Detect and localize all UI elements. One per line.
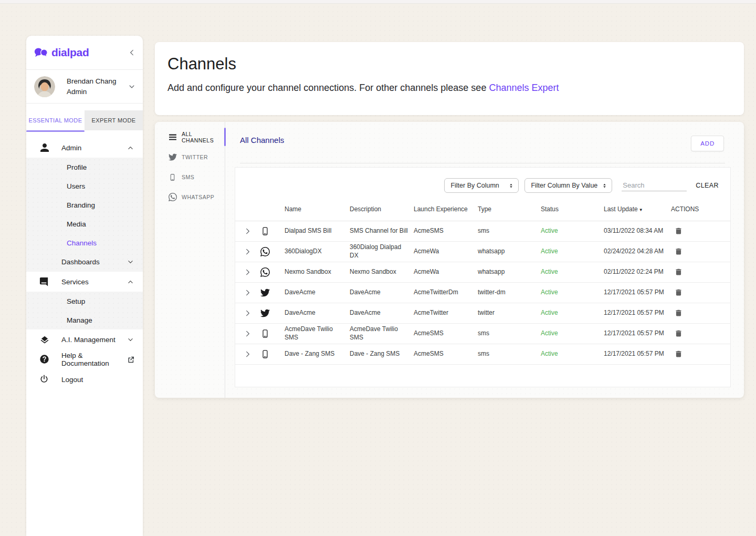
sidebar-item-ai-management[interactable]: A.I. Management — [26, 329, 143, 349]
clear-button[interactable]: CLEAR — [696, 182, 719, 189]
sidebar-item-services[interactable]: Services — [26, 272, 143, 292]
table-row[interactable]: Nexmo Sandbox Nexmo Sandbox AcmeWa whats… — [235, 262, 730, 283]
chevron-down-icon — [127, 336, 134, 343]
column-header-description: Description — [350, 205, 414, 214]
sidebar-item-users[interactable]: Users — [26, 177, 143, 195]
sidebar-collapse-icon[interactable] — [128, 49, 135, 56]
person-icon — [39, 142, 50, 153]
column-header-last-update[interactable]: Last Update▼ — [604, 205, 671, 214]
tab-expert-mode[interactable]: EXPERT MODE — [85, 110, 143, 130]
table-row[interactable]: DaveAcme DaveAcme AcmeTwitter twitter Ac… — [235, 303, 730, 324]
chat-icon — [39, 276, 50, 287]
column-header-status: Status — [541, 205, 604, 214]
delete-icon[interactable] — [674, 329, 683, 338]
sidebar-item-logout[interactable]: Logout — [26, 369, 143, 389]
status-badge: Active — [541, 329, 604, 338]
sidebar-item-manage[interactable]: Manage — [26, 311, 143, 329]
page-title: Channels — [167, 55, 731, 74]
tab-essential-mode[interactable]: ESSENTIAL MODE — [26, 110, 85, 130]
delete-icon[interactable] — [674, 268, 683, 277]
sidebar-item-help-documentation[interactable]: Help & Documentation — [26, 349, 143, 369]
phone-icon — [169, 173, 177, 181]
top-edge-strip — [0, 0, 756, 4]
status-badge: Active — [541, 288, 604, 297]
filter-by-value-select[interactable]: Filter Column By Value — [524, 178, 612, 193]
delete-icon[interactable] — [674, 350, 683, 359]
page-subtitle: Add and configure your channel connectio… — [167, 83, 731, 94]
tab-twitter[interactable]: TWITTER — [155, 147, 225, 167]
sms-channel-icon — [260, 226, 285, 236]
select-arrows-icon — [602, 182, 607, 189]
tab-all-channels[interactable]: ALL CHANNELS — [155, 127, 225, 147]
divider — [240, 163, 725, 163]
channels-expert-link[interactable]: Channels Expert — [489, 83, 559, 93]
tab-sms[interactable]: SMS — [155, 167, 225, 187]
channels-panel: ALL CHANNELS TWITTER SMS WHATSAPP All Ch… — [155, 122, 744, 398]
user-menu[interactable]: Brendan Chang Admin — [26, 70, 143, 103]
status-badge: Active — [541, 309, 604, 317]
select-arrows-icon — [508, 182, 514, 189]
channels-table: Filter By Column Filter Column By Value … — [235, 167, 731, 387]
expand-row-icon[interactable] — [235, 248, 260, 255]
avatar — [34, 76, 55, 97]
expand-row-icon[interactable] — [235, 228, 260, 235]
external-link-icon — [127, 356, 134, 363]
column-header-launch-experience: Launch Experience — [414, 205, 478, 214]
filter-by-column-select[interactable]: Filter By Column — [444, 178, 519, 193]
whatsapp-channel-icon — [260, 247, 285, 256]
chevron-down-icon — [128, 83, 135, 90]
sidebar-item-dashboards[interactable]: Dashboards — [26, 252, 143, 272]
table-row[interactable]: Dave - Zang SMS Dave - Zang SMS AcmeSMS … — [235, 344, 730, 365]
column-header-actions: ACTIONS — [671, 205, 730, 214]
column-header-type: Type — [478, 205, 541, 214]
page-header-card: Channels Add and configure your channel … — [155, 42, 744, 115]
expand-row-icon[interactable] — [235, 310, 260, 317]
panel-heading: All Channels — [240, 136, 284, 145]
user-name: Brendan Chang — [67, 76, 117, 87]
expand-row-icon[interactable] — [235, 289, 260, 296]
help-icon — [39, 354, 50, 365]
expand-row-icon[interactable] — [235, 269, 260, 276]
delete-icon[interactable] — [674, 288, 683, 297]
user-role: Admin — [67, 87, 117, 97]
status-badge: Active — [541, 248, 604, 256]
column-header-name: Name — [285, 205, 350, 214]
add-button[interactable]: ADD — [691, 136, 724, 151]
status-badge: Active — [541, 268, 604, 276]
sidebar-item-media[interactable]: Media — [26, 214, 143, 233]
sidebar-nav: Admin Profile Users Branding Media Chann… — [26, 138, 143, 389]
delete-icon[interactable] — [674, 309, 683, 318]
search-input[interactable] — [622, 180, 687, 191]
delete-icon[interactable] — [674, 227, 683, 236]
delete-icon[interactable] — [674, 248, 683, 256]
status-badge: Active — [541, 227, 604, 235]
sidebar-item-admin[interactable]: Admin — [26, 138, 143, 158]
expand-row-icon[interactable] — [235, 330, 260, 337]
sidebar: dialpad Brendan Chang Admin ESSENTIAL MO… — [26, 36, 143, 536]
chevron-up-icon — [127, 145, 134, 151]
sort-desc-icon: ▼ — [639, 208, 643, 212]
table-header-row: Name Description Launch Experience Type … — [235, 198, 730, 221]
divider — [26, 103, 143, 104]
expand-row-icon[interactable] — [235, 351, 260, 358]
whatsapp-channel-icon — [260, 267, 285, 277]
table-row[interactable]: AcmeDave Twilio SMS AcmeDave Twilio SMS … — [235, 324, 730, 344]
twitter-channel-icon — [260, 288, 285, 297]
sidebar-item-setup[interactable]: Setup — [26, 292, 143, 311]
table-row[interactable]: Dialpad SMS Bill SMS Channel for Bill Ac… — [235, 221, 730, 242]
channel-type-tabs: ALL CHANNELS TWITTER SMS WHATSAPP — [155, 122, 225, 398]
dialpad-wordmark: dialpad — [51, 46, 89, 59]
table-row[interactable]: DaveAcme DaveAcme AcmeTwitterDm twitter-… — [235, 283, 730, 303]
twitter-icon — [169, 153, 177, 161]
whatsapp-icon — [169, 193, 177, 201]
dialpad-logo-icon — [34, 47, 48, 58]
sms-channel-icon — [260, 329, 285, 338]
sidebar-item-channels[interactable]: Channels — [26, 233, 143, 252]
sidebar-item-branding[interactable]: Branding — [26, 195, 143, 214]
table-row[interactable]: 360DialogDX 360Dialog Dialpad DX AcmeWa … — [235, 242, 730, 262]
sidebar-item-profile[interactable]: Profile — [26, 158, 143, 177]
status-badge: Active — [541, 350, 604, 358]
chevron-up-icon — [127, 279, 134, 285]
tab-whatsapp[interactable]: WHATSAPP — [155, 187, 225, 207]
chevron-down-icon — [127, 259, 134, 265]
